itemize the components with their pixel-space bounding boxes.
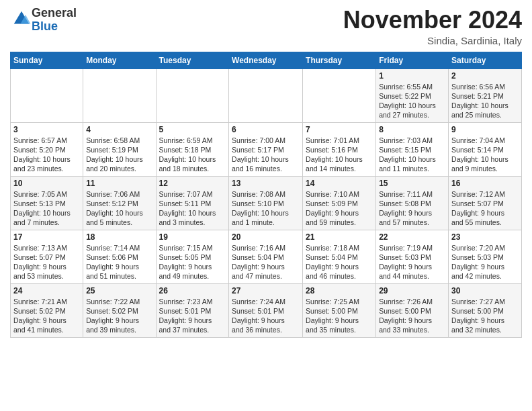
day-cell: 16Sunrise: 7:12 AM Sunset: 5:07 PM Dayli… xyxy=(449,176,522,230)
day-number: 28 xyxy=(306,286,373,295)
day-info: Sunrise: 7:22 AM Sunset: 5:02 PM Dayligh… xyxy=(86,297,152,335)
day-cell: 17Sunrise: 7:13 AM Sunset: 5:07 PM Dayli… xyxy=(11,230,83,283)
day-cell: 10Sunrise: 7:05 AM Sunset: 5:13 PM Dayli… xyxy=(11,176,83,230)
day-number: 17 xyxy=(13,232,80,242)
day-number: 6 xyxy=(232,125,300,134)
day-info: Sunrise: 6:55 AM Sunset: 5:22 PM Dayligh… xyxy=(379,82,445,120)
day-info: Sunrise: 7:04 AM Sunset: 5:14 PM Dayligh… xyxy=(451,136,519,174)
day-info: Sunrise: 7:21 AM Sunset: 5:02 PM Dayligh… xyxy=(13,297,80,335)
logo-general-text: General xyxy=(32,6,77,19)
day-info: Sunrise: 7:14 AM Sunset: 5:06 PM Dayligh… xyxy=(86,243,152,281)
day-cell: 24Sunrise: 7:21 AM Sunset: 5:02 PM Dayli… xyxy=(11,283,83,337)
day-number: 29 xyxy=(379,286,445,295)
day-info: Sunrise: 7:10 AM Sunset: 5:09 PM Dayligh… xyxy=(306,189,373,228)
day-number: 16 xyxy=(451,179,519,188)
day-number: 7 xyxy=(306,125,373,134)
day-cell: 20Sunrise: 7:16 AM Sunset: 5:04 PM Dayli… xyxy=(229,230,303,283)
day-cell: 29Sunrise: 7:26 AM Sunset: 5:00 PM Dayli… xyxy=(376,283,449,337)
day-number: 3 xyxy=(13,125,80,134)
day-cell: 6Sunrise: 7:00 AM Sunset: 5:17 PM Daylig… xyxy=(229,122,303,176)
day-info: Sunrise: 7:24 AM Sunset: 5:01 PM Dayligh… xyxy=(232,297,300,335)
col-friday: Friday xyxy=(376,52,449,68)
month-title: November 2024 xyxy=(343,7,522,34)
day-number: 13 xyxy=(232,179,300,188)
day-number: 22 xyxy=(379,232,445,242)
day-info: Sunrise: 7:06 AM Sunset: 5:12 PM Dayligh… xyxy=(86,189,152,228)
day-info: Sunrise: 7:12 AM Sunset: 5:07 PM Dayligh… xyxy=(451,189,519,228)
day-number: 1 xyxy=(379,71,445,81)
day-info: Sunrise: 6:56 AM Sunset: 5:21 PM Dayligh… xyxy=(451,82,519,120)
day-info: Sunrise: 7:03 AM Sunset: 5:15 PM Dayligh… xyxy=(379,136,445,174)
day-cell: 26Sunrise: 7:23 AM Sunset: 5:01 PM Dayli… xyxy=(156,283,229,337)
day-cell: 13Sunrise: 7:08 AM Sunset: 5:10 PM Dayli… xyxy=(229,176,303,230)
col-tuesday: Tuesday xyxy=(156,52,229,68)
day-number: 2 xyxy=(451,71,519,81)
day-cell: 18Sunrise: 7:14 AM Sunset: 5:06 PM Dayli… xyxy=(83,230,156,283)
day-info: Sunrise: 6:58 AM Sunset: 5:19 PM Dayligh… xyxy=(86,136,152,174)
day-cell: 30Sunrise: 7:27 AM Sunset: 5:00 PM Dayli… xyxy=(449,283,522,337)
day-info: Sunrise: 7:26 AM Sunset: 5:00 PM Dayligh… xyxy=(379,297,445,335)
day-number: 4 xyxy=(86,125,152,134)
day-cell: 21Sunrise: 7:18 AM Sunset: 5:04 PM Dayli… xyxy=(303,230,376,283)
day-number: 30 xyxy=(451,286,519,295)
day-number: 14 xyxy=(306,179,373,188)
day-cell xyxy=(303,68,376,122)
col-wednesday: Wednesday xyxy=(229,52,303,68)
day-info: Sunrise: 7:20 AM Sunset: 5:03 PM Dayligh… xyxy=(451,243,519,281)
title-block: November 2024 Sindia, Sardinia, Italy xyxy=(343,7,522,46)
location-subtitle: Sindia, Sardinia, Italy xyxy=(343,35,522,46)
header: General Blue November 2024 Sindia, Sardi… xyxy=(10,7,522,46)
day-number: 18 xyxy=(86,232,152,242)
day-info: Sunrise: 7:07 AM Sunset: 5:11 PM Dayligh… xyxy=(159,189,226,228)
day-info: Sunrise: 7:19 AM Sunset: 5:03 PM Dayligh… xyxy=(379,243,445,281)
day-info: Sunrise: 7:23 AM Sunset: 5:01 PM Dayligh… xyxy=(159,297,226,335)
day-info: Sunrise: 7:27 AM Sunset: 5:00 PM Dayligh… xyxy=(451,297,519,335)
logo: General Blue xyxy=(10,7,77,34)
day-cell: 22Sunrise: 7:19 AM Sunset: 5:03 PM Dayli… xyxy=(376,230,449,283)
day-cell xyxy=(11,68,83,122)
day-info: Sunrise: 6:59 AM Sunset: 5:18 PM Dayligh… xyxy=(159,136,226,174)
logo-icon xyxy=(11,9,32,29)
day-number: 9 xyxy=(451,125,519,134)
day-info: Sunrise: 7:08 AM Sunset: 5:10 PM Dayligh… xyxy=(232,189,300,228)
day-cell: 12Sunrise: 7:07 AM Sunset: 5:11 PM Dayli… xyxy=(156,176,229,230)
day-info: Sunrise: 7:01 AM Sunset: 5:16 PM Dayligh… xyxy=(306,136,373,174)
day-number: 10 xyxy=(13,179,80,188)
col-thursday: Thursday xyxy=(303,52,376,68)
day-info: Sunrise: 7:18 AM Sunset: 5:04 PM Dayligh… xyxy=(306,243,373,281)
day-cell: 28Sunrise: 7:25 AM Sunset: 5:00 PM Dayli… xyxy=(303,283,376,337)
calendar-header-row: Sunday Monday Tuesday Wednesday Thursday… xyxy=(11,52,522,68)
day-cell: 7Sunrise: 7:01 AM Sunset: 5:16 PM Daylig… xyxy=(303,122,376,176)
day-cell: 8Sunrise: 7:03 AM Sunset: 5:15 PM Daylig… xyxy=(376,122,449,176)
day-cell: 19Sunrise: 7:15 AM Sunset: 5:05 PM Dayli… xyxy=(156,230,229,283)
day-number: 21 xyxy=(306,232,373,242)
day-info: Sunrise: 7:11 AM Sunset: 5:08 PM Dayligh… xyxy=(379,189,445,228)
day-info: Sunrise: 7:16 AM Sunset: 5:04 PM Dayligh… xyxy=(232,243,300,281)
day-info: Sunrise: 7:15 AM Sunset: 5:05 PM Dayligh… xyxy=(159,243,226,281)
day-cell: 3Sunrise: 6:57 AM Sunset: 5:20 PM Daylig… xyxy=(11,122,83,176)
page: General Blue November 2024 Sindia, Sardi… xyxy=(0,0,532,411)
day-number: 19 xyxy=(159,232,226,242)
week-row-4: 17Sunrise: 7:13 AM Sunset: 5:07 PM Dayli… xyxy=(11,230,522,283)
day-cell: 14Sunrise: 7:10 AM Sunset: 5:09 PM Dayli… xyxy=(303,176,376,230)
day-cell xyxy=(156,68,229,122)
day-number: 11 xyxy=(86,179,152,188)
day-info: Sunrise: 7:00 AM Sunset: 5:17 PM Dayligh… xyxy=(232,136,300,174)
day-cell: 4Sunrise: 6:58 AM Sunset: 5:19 PM Daylig… xyxy=(83,122,156,176)
day-cell: 9Sunrise: 7:04 AM Sunset: 5:14 PM Daylig… xyxy=(449,122,522,176)
col-saturday: Saturday xyxy=(449,52,522,68)
day-number: 26 xyxy=(159,286,226,295)
day-number: 20 xyxy=(232,232,300,242)
day-cell: 15Sunrise: 7:11 AM Sunset: 5:08 PM Dayli… xyxy=(376,176,449,230)
logo-blue-text: Blue xyxy=(32,19,58,33)
day-number: 12 xyxy=(159,179,226,188)
day-cell: 1Sunrise: 6:55 AM Sunset: 5:22 PM Daylig… xyxy=(376,68,449,122)
calendar-table: Sunday Monday Tuesday Wednesday Thursday… xyxy=(10,52,522,338)
day-number: 23 xyxy=(451,232,519,242)
day-info: Sunrise: 6:57 AM Sunset: 5:20 PM Dayligh… xyxy=(13,136,80,174)
week-row-2: 3Sunrise: 6:57 AM Sunset: 5:20 PM Daylig… xyxy=(11,122,522,176)
day-info: Sunrise: 7:25 AM Sunset: 5:00 PM Dayligh… xyxy=(306,297,373,335)
day-cell: 23Sunrise: 7:20 AM Sunset: 5:03 PM Dayli… xyxy=(449,230,522,283)
col-monday: Monday xyxy=(83,52,156,68)
day-info: Sunrise: 7:05 AM Sunset: 5:13 PM Dayligh… xyxy=(13,189,80,228)
